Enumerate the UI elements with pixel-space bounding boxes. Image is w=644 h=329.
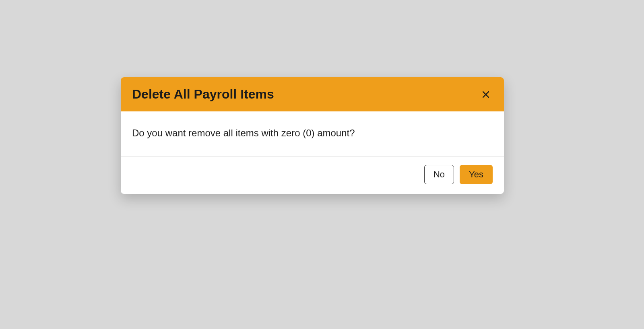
- close-button[interactable]: [479, 88, 493, 101]
- dialog-title: Delete All Payroll Items: [132, 87, 274, 102]
- dialog-header: Delete All Payroll Items: [121, 77, 504, 111]
- dialog-footer: No Yes: [121, 157, 504, 194]
- close-icon: [481, 89, 491, 100]
- dialog-body: Do you want remove all items with zero (…: [121, 111, 504, 157]
- no-button[interactable]: No: [424, 165, 454, 184]
- dialog-message: Do you want remove all items with zero (…: [132, 126, 493, 140]
- confirm-dialog: Delete All Payroll Items Do you want rem…: [121, 77, 504, 194]
- yes-button[interactable]: Yes: [460, 165, 493, 184]
